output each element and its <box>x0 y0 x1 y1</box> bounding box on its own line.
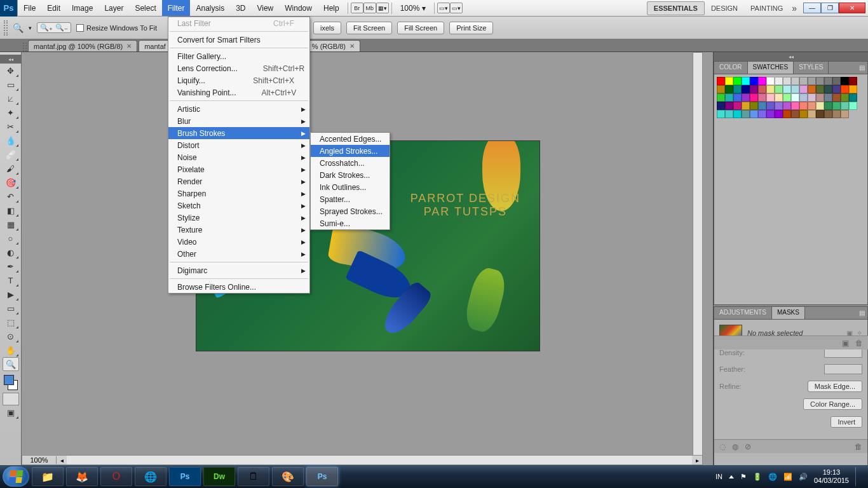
swatch[interactable] <box>832 110 841 118</box>
screenmode-button[interactable]: ▣ <box>3 405 19 419</box>
menuitem-convert-for-smart-filters[interactable]: Convert for Smart Filters <box>168 34 309 46</box>
zoom-out-icon[interactable]: 🔍₋ <box>55 24 68 32</box>
swatch[interactable] <box>733 110 742 118</box>
notes-taskbtn[interactable]: 🗒 <box>238 467 269 486</box>
swatch[interactable] <box>841 110 849 118</box>
gradient-tool[interactable]: ▦ <box>3 217 19 231</box>
swatch[interactable] <box>717 85 725 93</box>
swatch[interactable] <box>824 110 832 118</box>
document-tab[interactable]: mantaf.jpg @ 100% (RGB/8)✕ <box>28 40 137 51</box>
swatch[interactable] <box>849 77 857 85</box>
swatch[interactable] <box>733 77 742 85</box>
quickmask-toggle[interactable] <box>3 393 19 405</box>
hand-tool[interactable]: ✋ <box>3 343 19 357</box>
tab-adjustments[interactable]: ADJUSTMENTS <box>714 307 772 319</box>
crop-tool[interactable]: ✂ <box>3 119 19 133</box>
menuitem-brush-strokes[interactable]: Brush Strokes▶ <box>168 127 309 139</box>
swatch[interactable] <box>791 93 799 102</box>
menuitem-blur[interactable]: Blur▶ <box>168 115 309 127</box>
swatch[interactable] <box>725 77 733 85</box>
toolbox-collapse[interactable] <box>0 55 21 64</box>
ps-taskbtn[interactable]: Ps <box>169 467 201 486</box>
swatch[interactable] <box>832 102 841 110</box>
resize-windows-checkbox[interactable]: Resize Windows To Fit <box>76 24 157 32</box>
new-swatch-icon[interactable]: ▣ <box>842 339 849 348</box>
menu-layer[interactable]: Layer <box>98 0 129 16</box>
swatch[interactable] <box>750 93 758 102</box>
color-range-button[interactable]: Color Range... <box>803 398 862 410</box>
swatch[interactable] <box>766 85 775 93</box>
magic-wand-tool[interactable]: ✦ <box>3 105 19 119</box>
mask-edge-button[interactable]: Mask Edge... <box>808 381 862 392</box>
swatch[interactable] <box>717 110 725 118</box>
optbar-handle[interactable] <box>4 20 8 36</box>
menuitem-pixelate[interactable]: Pixelate▶ <box>168 163 309 175</box>
menuitem-texture[interactable]: Texture▶ <box>168 224 309 236</box>
swatch[interactable] <box>824 77 832 85</box>
swatch[interactable] <box>808 102 816 110</box>
ps-active-taskbtn[interactable]: Ps <box>306 467 338 486</box>
menuitem-accented-edges-[interactable]: Accented Edges... <box>311 133 390 145</box>
swatch[interactable] <box>775 85 783 93</box>
menuitem-angled-strokes-[interactable]: Angled Strokes... <box>311 145 390 157</box>
canvas-area[interactable]: PARROT DESIGN PAR TUTSPS Doc: 462,9K/462… <box>22 52 713 488</box>
swatch[interactable] <box>742 102 750 110</box>
fill-screen-button[interactable]: Fill Screen <box>397 22 444 34</box>
color-swatches[interactable] <box>3 374 19 391</box>
workspace-design[interactable]: DESIGN <box>705 1 744 15</box>
eraser-tool[interactable]: ◧ <box>3 203 19 217</box>
swatch[interactable] <box>841 85 849 93</box>
swatch[interactable] <box>725 110 733 118</box>
dw-taskbtn[interactable]: Dw <box>203 467 235 486</box>
panels-collapse[interactable] <box>714 52 868 61</box>
menu-select[interactable]: Select <box>129 0 161 16</box>
swatch[interactable] <box>750 85 758 93</box>
swatch[interactable] <box>725 93 733 102</box>
swatch[interactable] <box>783 85 791 93</box>
invert-button[interactable]: Invert <box>831 416 862 428</box>
chrome-taskbtn[interactable]: 🌐 <box>135 467 166 486</box>
scroll-right-icon[interactable]: ▸ <box>692 457 702 464</box>
swatch[interactable] <box>791 85 799 93</box>
menuitem-crosshatch-[interactable]: Crosshatch... <box>311 157 390 169</box>
swatch[interactable] <box>766 102 775 110</box>
swatch[interactable] <box>816 93 824 102</box>
close-tab-icon[interactable]: ✕ <box>349 43 355 50</box>
menuitem-filter-gallery-[interactable]: Filter Gallery... <box>168 50 309 62</box>
panel-menu-icon[interactable]: ▤ <box>856 62 867 74</box>
canvas-hscroll[interactable]: 100% ◂ ▸ <box>22 455 703 465</box>
pen-tool[interactable]: ✒ <box>3 259 19 273</box>
swatch[interactable] <box>849 93 857 102</box>
swatch[interactable] <box>791 102 799 110</box>
swatch[interactable] <box>832 77 841 85</box>
view-extras-button[interactable]: ▦▾ <box>376 3 389 13</box>
swatch[interactable] <box>775 110 783 118</box>
explorer-taskbtn[interactable]: 📁 <box>32 467 64 486</box>
menuitem-sumi-e-[interactable]: Sumi-e... <box>311 217 390 229</box>
swatch[interactable] <box>799 77 808 85</box>
swatch[interactable] <box>799 102 808 110</box>
swatch[interactable] <box>733 85 742 93</box>
swatch[interactable] <box>717 77 725 85</box>
stamp-tool[interactable]: 🎯 <box>3 175 19 189</box>
lasso-tool[interactable]: ⟀ <box>3 92 19 105</box>
swatch[interactable] <box>758 110 766 118</box>
swatch[interactable] <box>816 102 824 110</box>
menuitem-sharpen[interactable]: Sharpen▶ <box>168 187 309 200</box>
menu-image[interactable]: Image <box>66 0 98 16</box>
swatch[interactable] <box>783 93 791 102</box>
swatch[interactable] <box>832 93 841 102</box>
trash-icon[interactable]: 🗑 <box>855 442 862 451</box>
panel-menu-icon[interactable]: ▤ <box>856 307 867 319</box>
swatch[interactable] <box>775 102 783 110</box>
swatch[interactable] <box>808 110 816 118</box>
swatch[interactable] <box>766 110 775 118</box>
swatch[interactable] <box>791 77 799 85</box>
swatch[interactable] <box>808 93 816 102</box>
firefox-taskbtn[interactable]: 🦊 <box>66 467 98 486</box>
swatch[interactable] <box>766 77 775 85</box>
swatch[interactable] <box>775 93 783 102</box>
swatch[interactable] <box>783 77 791 85</box>
path-select-tool[interactable]: ▶ <box>3 287 19 301</box>
menuitem-video[interactable]: Video▶ <box>168 236 309 248</box>
